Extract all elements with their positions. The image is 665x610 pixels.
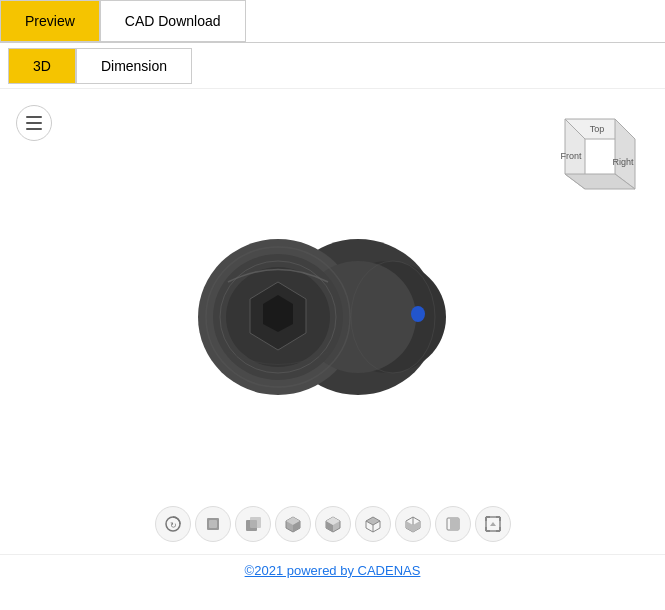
- svg-point-10: [411, 306, 425, 322]
- view-front-button[interactable]: [195, 506, 231, 542]
- svg-text:Front: Front: [560, 151, 582, 161]
- view-bottom-button[interactable]: [395, 506, 431, 542]
- rotate-icon: ↻: [163, 514, 183, 534]
- orient-cube-svg: Top Front Right: [535, 109, 645, 219]
- view-iso2-button[interactable]: [315, 506, 351, 542]
- view-right-button[interactable]: [435, 506, 471, 542]
- view-top-button[interactable]: [355, 506, 391, 542]
- view-iso1-icon: [283, 514, 303, 534]
- svg-marker-33: [366, 517, 380, 525]
- orientation-cube[interactable]: Top Front Right: [535, 109, 645, 219]
- menu-button[interactable]: [16, 105, 52, 141]
- 3d-object-svg: [173, 162, 493, 482]
- tab-dimension[interactable]: Dimension: [76, 48, 192, 84]
- fit-button[interactable]: [475, 506, 511, 542]
- svg-text:Top: Top: [590, 124, 605, 134]
- view-iso1-button[interactable]: [275, 506, 311, 542]
- svg-rect-26: [250, 517, 261, 528]
- view-toolbar: ↻: [0, 506, 665, 542]
- view-right-icon: [443, 514, 463, 534]
- hamburger-icon: [26, 116, 42, 130]
- view-back-button[interactable]: [235, 506, 271, 542]
- svg-text:Right: Right: [612, 157, 634, 167]
- view-bottom-icon: [403, 514, 423, 534]
- svg-text:↻: ↻: [169, 521, 176, 530]
- svg-line-38: [373, 528, 380, 532]
- second-tab-bar: 3D Dimension: [0, 43, 665, 89]
- view-iso2-icon: [323, 514, 343, 534]
- svg-line-37: [366, 528, 373, 532]
- fit-icon: [483, 514, 503, 534]
- tab-cad-download[interactable]: CAD Download: [100, 0, 246, 42]
- main-viewport: Top Front Right ↻: [0, 89, 665, 554]
- cadenas-link[interactable]: ©2021 powered by CADENAS: [245, 563, 421, 578]
- tab-3d[interactable]: 3D: [8, 48, 76, 84]
- tab-preview[interactable]: Preview: [0, 0, 100, 42]
- svg-rect-24: [209, 520, 217, 528]
- top-tab-bar: Preview CAD Download: [0, 0, 665, 43]
- footer: ©2021 powered by CADENAS: [0, 554, 665, 586]
- svg-rect-43: [450, 518, 459, 530]
- view-back-icon: [243, 514, 263, 534]
- view-front-icon: [203, 514, 223, 534]
- rotate-button[interactable]: ↻: [155, 506, 191, 542]
- view-top-icon: [363, 514, 383, 534]
- svg-marker-53: [490, 522, 496, 526]
